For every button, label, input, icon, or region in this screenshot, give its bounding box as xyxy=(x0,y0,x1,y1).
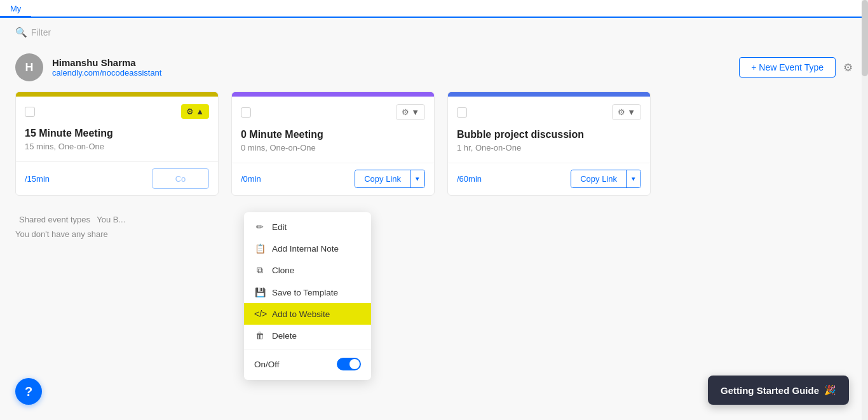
party-icon: 🎉 xyxy=(824,384,836,396)
card-body: 15 Minute Meeting 15 mins, One-on-One xyxy=(16,121,218,161)
copy-link-group: Copy Link ▾ xyxy=(355,170,425,188)
card-accent-bar xyxy=(448,92,650,97)
card-title: 15 Minute Meeting xyxy=(25,128,209,139)
copy-link-partial: Co xyxy=(175,174,186,184)
user-header: H Himanshu Sharma calendly.com/nocodeass… xyxy=(0,47,868,91)
getting-started-label: Getting Started Guide xyxy=(721,385,819,396)
settings-icon[interactable]: ⚙ xyxy=(843,61,853,74)
card-checkbox[interactable] xyxy=(457,107,467,118)
shared-section: Shared event types You B... You don't ha… xyxy=(0,196,868,248)
shared-section-title: Shared event types You B... xyxy=(15,213,853,224)
copy-link-button[interactable]: Copy Link xyxy=(355,170,410,187)
menu-item-clone[interactable]: ⧉ Clone xyxy=(244,259,371,281)
card-gear-active-button[interactable]: ⚙ ▲ xyxy=(181,104,209,119)
card-body: 0 Minute Meeting 0 mins, One-on-One xyxy=(232,123,434,163)
avatar: H xyxy=(15,53,43,81)
on-off-toggle[interactable] xyxy=(337,358,361,370)
card-subtitle: 0 mins, One-on-One xyxy=(241,143,425,152)
menu-item-website-label: Add to Website xyxy=(272,309,330,319)
my-tab[interactable]: My xyxy=(0,1,31,18)
help-button[interactable]: ? xyxy=(15,378,42,405)
card-footer: /0min Copy Link ▾ xyxy=(232,163,434,194)
user-calendar-link[interactable]: calendly.com/nocodeassistant xyxy=(52,68,161,78)
filter-bar: 🔍 Filter xyxy=(0,18,868,47)
card-body: Bubble project discussion 1 hr, One-on-O… xyxy=(448,123,650,163)
card-slug-link[interactable]: /60min xyxy=(457,174,482,184)
card-gear-button[interactable]: ⚙ ▼ xyxy=(612,104,641,120)
menu-item-delete-label: Delete xyxy=(272,331,297,341)
copy-link-button[interactable]: Copy Link xyxy=(571,170,626,187)
card-header: ⚙ ▼ xyxy=(232,97,434,123)
card-subtitle: 15 mins, One-on-One xyxy=(25,142,209,151)
card-title: Bubble project discussion xyxy=(457,129,641,140)
save-icon: 💾 xyxy=(254,287,266,297)
user-info: H Himanshu Sharma calendly.com/nocodeass… xyxy=(15,53,161,81)
menu-item-edit[interactable]: ✏ Edit xyxy=(244,216,371,238)
edit-icon: ✏ xyxy=(254,222,266,232)
event-card-0min: ⚙ ▼ 0 Minute Meeting 0 mins, One-on-One … xyxy=(231,91,435,196)
copy-link-dropdown-button[interactable]: ▾ xyxy=(410,170,424,187)
event-card-bubble: ⚙ ▼ Bubble project discussion 1 hr, One-… xyxy=(447,91,651,196)
gear-icon: ⚙ xyxy=(402,107,409,117)
chevron-up-icon: ▲ xyxy=(196,107,204,116)
filter-placeholder[interactable]: Filter xyxy=(31,27,51,37)
menu-item-add-to-website[interactable]: </> Add to Website xyxy=(244,303,371,325)
clone-icon: ⧉ xyxy=(254,265,266,276)
cards-grid: ⚙ ▲ 15 Minute Meeting 15 mins, One-on-On… xyxy=(15,91,853,196)
menu-item-clone-label: Clone xyxy=(272,266,294,275)
toggle-row: On/Off xyxy=(244,352,371,376)
card-subtitle: 1 hr, One-on-One xyxy=(457,143,641,152)
delete-icon: 🗑 xyxy=(254,330,266,341)
card-header: ⚙ ▲ xyxy=(16,97,218,121)
card-slug-link[interactable]: /15min xyxy=(25,174,50,184)
card-footer: /15min Co xyxy=(16,161,218,195)
chevron-down-icon: ▼ xyxy=(627,107,635,117)
scrollbar[interactable] xyxy=(862,0,868,420)
shared-subtitle-hint: You B... xyxy=(97,215,125,224)
gear-icon: ⚙ xyxy=(618,107,625,117)
menu-item-delete[interactable]: 🗑 Delete xyxy=(244,325,371,346)
context-menu: ✏ Edit 📋 Add Internal Note ⧉ Clone 💾 Sav… xyxy=(244,212,371,380)
menu-item-note-label: Add Internal Note xyxy=(272,244,339,254)
shared-empty-message: You don't have any share xyxy=(15,229,853,239)
card-footer: /60min Copy Link ▾ xyxy=(448,163,650,194)
card-accent-bar xyxy=(16,92,218,97)
menu-item-edit-label: Edit xyxy=(272,222,287,232)
card-title: 0 Minute Meeting xyxy=(241,129,425,140)
card-slug-link[interactable]: /0min xyxy=(241,174,261,184)
toggle-label: On/Off xyxy=(254,360,280,369)
top-navigation-bar: My xyxy=(0,0,868,18)
copy-link-group: Copy Link ▾ xyxy=(571,170,641,188)
card-header: ⚙ ▼ xyxy=(448,97,650,123)
menu-item-add-internal-note[interactable]: 📋 Add Internal Note xyxy=(244,238,371,259)
card-gear-button[interactable]: ⚙ ▼ xyxy=(396,104,425,120)
menu-item-save-label: Save to Template xyxy=(272,288,338,297)
copy-link-dropdown-button[interactable]: ▾ xyxy=(627,170,641,187)
scrollbar-thumb[interactable] xyxy=(862,0,868,76)
card-accent-bar xyxy=(232,92,434,97)
menu-divider xyxy=(244,349,371,349)
new-event-type-button[interactable]: + New Event Type xyxy=(739,57,836,78)
card-checkbox[interactable] xyxy=(241,107,251,118)
search-icon: 🔍 xyxy=(15,27,27,38)
code-icon: </> xyxy=(254,309,266,319)
help-icon: ? xyxy=(25,384,32,399)
chevron-down-icon: ▼ xyxy=(411,107,419,117)
user-name: Himanshu Sharma xyxy=(52,57,161,68)
gear-icon: ⚙ xyxy=(186,107,194,116)
menu-item-save-template[interactable]: 💾 Save to Template xyxy=(244,281,371,303)
note-icon: 📋 xyxy=(254,243,266,254)
cards-area: ⚙ ▲ 15 Minute Meeting 15 mins, One-on-On… xyxy=(0,91,868,196)
header-actions: + New Event Type ⚙ xyxy=(739,57,853,78)
event-card-15min: ⚙ ▲ 15 Minute Meeting 15 mins, One-on-On… xyxy=(15,91,219,196)
toggle-knob xyxy=(349,359,360,369)
card-checkbox[interactable] xyxy=(25,107,35,117)
getting-started-button[interactable]: Getting Started Guide 🎉 xyxy=(708,376,849,405)
